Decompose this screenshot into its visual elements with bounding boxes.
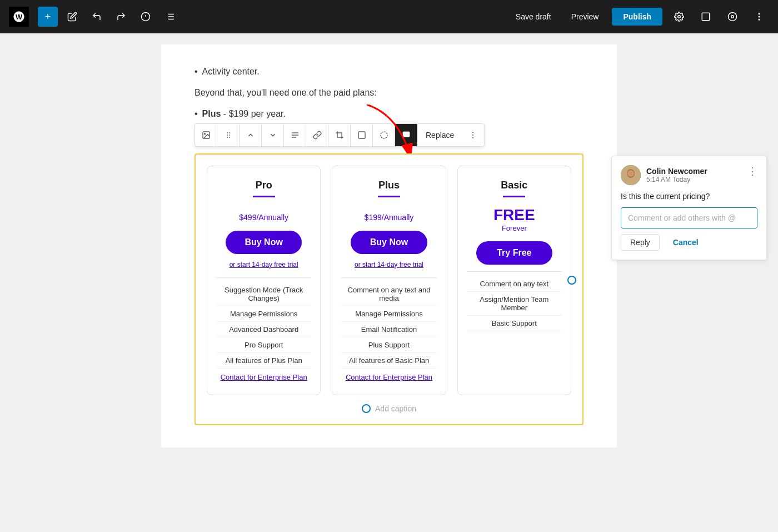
basic-underline [503, 196, 525, 197]
editor-mode-button[interactable] [696, 7, 716, 27]
svg-point-34 [472, 132, 473, 133]
bullet-item-1: • Activity center. [194, 67, 584, 77]
svg-rect-13 [702, 13, 710, 21]
link-btn[interactable] [306, 124, 328, 146]
align-btn[interactable] [284, 124, 306, 146]
comment-menu-button[interactable]: ⋮ [747, 165, 757, 177]
add-block-button[interactable]: + [38, 7, 58, 27]
basic-price: FREE [467, 206, 562, 224]
intro-paragraph[interactable]: Beyond that, you'll need one of the paid… [194, 86, 584, 100]
pro-trial-link[interactable]: or start 14-day free trial [216, 261, 311, 269]
svg-point-23 [228, 132, 230, 133]
plus-buy-button[interactable]: Buy Now [351, 231, 427, 254]
settings-button[interactable] [669, 7, 689, 27]
bullet-text-1[interactable]: Activity center. [202, 67, 260, 77]
comment-author-info: Colin Newcomer 5:14 AM Today [621, 165, 707, 185]
svg-point-17 [759, 16, 760, 17]
basic-feature-1: Comment on any text [467, 276, 562, 292]
plus-price-text: - $199 per year. [221, 109, 286, 118]
pricing-card-plus: Plus $199/Annually Buy Now or start 14-d… [332, 166, 446, 395]
pricing-table: Pro $499/Annually Buy Now or start 14-da… [207, 166, 571, 395]
pricing-card-pro: Pro $499/Annually Buy Now or start 14-da… [207, 166, 321, 395]
svg-point-22 [227, 132, 228, 133]
plus-label: Plus [202, 109, 221, 118]
top-toolbar: W + Save draft Preview Publish [0, 0, 778, 33]
pro-price: $499/Annually [216, 206, 311, 224]
svg-point-24 [227, 135, 228, 136]
comment-input[interactable] [621, 207, 757, 228]
caption-area: Add caption [207, 404, 571, 413]
svg-point-14 [729, 13, 737, 21]
move-updown-down-btn[interactable] [262, 124, 284, 146]
plus-feature-4: Plus Support [341, 337, 436, 353]
basic-feature-2: Assign/Mention Team Member [467, 292, 562, 316]
pro-period: /Annually [256, 213, 288, 222]
comment-text: Is this the current pricing? [621, 192, 757, 201]
pro-buy-button[interactable]: Buy Now [226, 231, 302, 254]
pro-enterprise-link[interactable]: Contact for Enterprise Plan [216, 373, 311, 381]
comment-author-name: Colin Newcomer [646, 167, 707, 176]
reply-button[interactable]: Reply [621, 234, 660, 251]
svg-point-16 [759, 13, 760, 14]
comment-btn[interactable] [395, 124, 417, 146]
plus-feature-1: Comment on any text and media [341, 282, 436, 306]
image-icon-btn[interactable] [195, 124, 217, 146]
bullet-dot-1: • [194, 67, 198, 77]
pro-underline [253, 196, 275, 197]
undo-button[interactable] [87, 7, 107, 27]
svg-text:W: W [16, 13, 23, 21]
mask-btn[interactable] [351, 124, 373, 146]
wp-logo[interactable]: W [9, 7, 29, 27]
svg-point-26 [227, 137, 228, 138]
redo-button[interactable] [111, 7, 131, 27]
svg-rect-32 [358, 132, 365, 138]
toolbar-right: Save draft Preview Publish [509, 7, 769, 27]
caption-placeholder[interactable]: Add caption [375, 404, 416, 413]
svg-point-25 [228, 135, 230, 136]
bullet-dot-2: • [194, 109, 198, 119]
publish-button[interactable]: Publish [612, 8, 662, 26]
comment-panel: Colin Newcomer 5:14 AM Today ⋮ Is this t… [611, 156, 767, 260]
svg-point-21 [204, 133, 205, 134]
comment-time: 5:14 AM Today [646, 176, 707, 183]
svg-point-27 [228, 137, 230, 138]
select-circle-btn[interactable] [373, 124, 395, 146]
svg-point-36 [472, 137, 473, 138]
pro-feature-2: Manage Permissions [216, 306, 311, 322]
editor-inner: • Activity center. Beyond that, you'll n… [161, 44, 617, 448]
pro-feature-5: All features of Plus Plan [216, 353, 311, 369]
edit-button[interactable] [62, 7, 82, 27]
plus-trial-link[interactable]: or start 14-day free trial [341, 261, 436, 269]
pro-price-value: $499 [239, 213, 256, 222]
comment-avatar [621, 165, 641, 185]
plus-price-value: $199 [365, 213, 382, 222]
location-button[interactable] [722, 7, 742, 27]
move-updown-btn[interactable] [240, 124, 262, 146]
save-draft-button[interactable]: Save draft [509, 9, 558, 24]
comment-author-block: Colin Newcomer 5:14 AM Today [646, 167, 707, 183]
basic-buy-button[interactable]: Try Free [476, 241, 552, 265]
more-options-button[interactable] [749, 7, 769, 27]
svg-point-33 [381, 132, 387, 138]
bullet-text-2: Plus - $199 per year. [202, 109, 286, 119]
plus-price: $199/Annually [341, 206, 436, 224]
plus-plan-name: Plus [341, 180, 436, 191]
info-button[interactable] [136, 7, 156, 27]
preview-button[interactable]: Preview [565, 9, 606, 24]
cancel-button[interactable]: Cancel [664, 234, 707, 251]
crop-btn[interactable] [328, 124, 351, 146]
pro-plan-name: Pro [216, 180, 311, 191]
svg-point-15 [731, 16, 734, 18]
plus-enterprise-link[interactable]: Contact for Enterprise Plan [341, 373, 436, 381]
block-more-btn[interactable] [462, 124, 484, 146]
pro-feature-1: Suggestion Mode (Track Changes) [216, 282, 311, 306]
plus-period: /Annually [382, 213, 414, 222]
replace-button[interactable]: Replace [417, 124, 462, 146]
list-view-button[interactable] [160, 7, 180, 27]
drag-handle-btn[interactable] [217, 124, 240, 146]
comment-actions: Reply Cancel [621, 234, 757, 251]
caption-circle-icon [362, 404, 371, 413]
pro-feature-4: Pro Support [216, 337, 311, 353]
pro-feature-3: Advanced Dashboard [216, 322, 311, 337]
resize-handle[interactable] [567, 276, 576, 285]
